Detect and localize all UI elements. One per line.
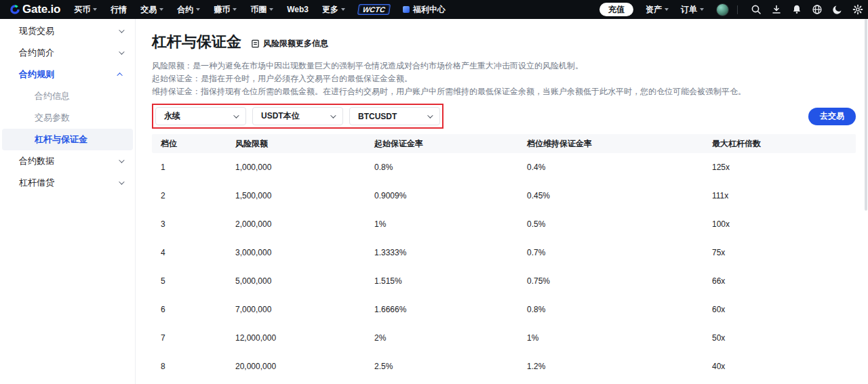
sidebar-item-0[interactable]: 现货交易: [0, 20, 135, 42]
sidebar-item-label: 合约数据: [19, 155, 54, 167]
sidebar-item-label: 现货交易: [19, 25, 54, 37]
table-cell: 0.4%: [527, 163, 712, 172]
table-cell: 0.75%: [527, 276, 712, 286]
table-row: 43,000,0001.3333%0.7%75x: [152, 238, 856, 267]
table-cell: 0.9009%: [374, 191, 527, 200]
table-row: 21,500,0000.9009%0.45%111x: [152, 182, 856, 210]
description-block: 风险限额：是一种为避免在市场中因出现数量巨大的强制平仓情况造成对合约市场价格产生…: [152, 60, 856, 98]
table-cell: 125x: [712, 163, 856, 172]
table-cell: 1: [161, 163, 235, 172]
nav-item-label: 币圈: [250, 4, 267, 16]
table-cell: 4: [161, 248, 235, 257]
table-cell: 66x: [712, 276, 856, 286]
table-cell: 1,000,000: [235, 163, 374, 172]
chevron-down-icon: [119, 49, 124, 54]
sidebar-item-2[interactable]: 合约规则: [0, 64, 135, 85]
document-icon: [251, 39, 260, 48]
sidebar-item-6[interactable]: 合约数据: [0, 150, 135, 172]
margin-tier-table: 档位风险限额起始保证金率档位维持保证金率最大杠杆倍数 11,000,0000.8…: [152, 134, 856, 381]
nav-item-welfare-center[interactable]: 福利中心: [396, 4, 452, 16]
sidebar-item-5[interactable]: 杠杆与保证金: [2, 129, 133, 150]
annotation-box: 永续 USDT本位 BTCUSDT: [152, 104, 443, 129]
table-row: 11,000,0000.8%0.4%125x: [152, 153, 856, 182]
chevron-down-icon: [119, 27, 124, 33]
table-cell: 111x: [712, 191, 856, 200]
description-initial-margin: 起始保证金：是指在开仓时，用户必须存入交易平台的最低保证金金额。: [152, 72, 856, 85]
sidebar-item-3[interactable]: 合约信息: [2, 85, 133, 107]
go-trade-button[interactable]: 去交易: [808, 108, 856, 125]
nav-item-label: 买币: [74, 4, 90, 16]
chevron-down-icon: [233, 112, 239, 118]
column-header: 起始保证金率: [374, 138, 527, 150]
bell-icon[interactable]: [791, 4, 802, 15]
table-cell: 2.5%: [374, 362, 527, 371]
nav-item-label: 更多: [322, 4, 338, 16]
chevron-down-icon: [330, 112, 336, 118]
nav-item-0[interactable]: 买币: [67, 4, 104, 16]
table-cell: 2: [161, 191, 235, 200]
gear-icon[interactable]: [852, 4, 863, 15]
main-content: 杠杆与保证金 风险限额更多信息 风险限额：是一种为避免在市场中因出现数量巨大的强…: [136, 19, 868, 384]
gateio-logo-icon: [9, 4, 20, 15]
avatar[interactable]: [716, 3, 729, 16]
nav-item-7[interactable]: 更多: [315, 4, 352, 16]
trading-pair-value: BTCUSDT: [358, 112, 397, 121]
search-icon[interactable]: [751, 4, 762, 15]
table-cell: 100x: [712, 219, 856, 229]
sidebar-item-4[interactable]: 交易参数: [2, 107, 133, 129]
logo-text: Gate.io: [22, 3, 60, 16]
chevron-down-icon: [119, 179, 124, 184]
wctc-badge[interactable]: WCTC: [357, 4, 391, 15]
caret-down-icon: [196, 8, 200, 11]
welfare-cube-icon: [403, 6, 410, 13]
nav-item-1[interactable]: 行情: [104, 4, 134, 16]
nav-item-2[interactable]: 交易: [134, 4, 170, 16]
table-cell: 1.2%: [527, 362, 712, 371]
table-row: 32,000,0001%0.5%100x: [152, 210, 856, 238]
table-row: 67,000,0001.6666%0.8%60x: [152, 295, 856, 324]
margin-type-value: USDT本位: [261, 110, 300, 122]
deposit-button[interactable]: 充值: [599, 3, 633, 16]
trading-pair-select[interactable]: BTCUSDT: [349, 107, 440, 125]
table-cell: 2%: [374, 333, 527, 343]
margin-type-select[interactable]: USDT本位: [252, 107, 343, 125]
nav-right-group: 充值 资产 订单: [599, 3, 868, 16]
column-header: 档位: [161, 138, 235, 150]
nav-item-3[interactable]: 合约: [170, 4, 207, 16]
page-title: 杠杆与保证金: [152, 32, 241, 52]
assets-label: 资产: [646, 4, 662, 16]
table-cell: 75x: [712, 248, 856, 257]
nav-item-5[interactable]: 币圈: [243, 4, 280, 16]
nav-item-4[interactable]: 赚币: [207, 4, 243, 16]
sidebar-item-1[interactable]: 合约简介: [0, 42, 135, 64]
contract-type-select[interactable]: 永续: [155, 107, 246, 125]
orders-label: 订单: [681, 4, 697, 16]
chevron-down-icon: [119, 157, 124, 163]
gateio-logo[interactable]: Gate.io: [9, 3, 60, 16]
filter-row: 永续 USDT本位 BTCUSDT 去交易: [152, 104, 856, 129]
moon-icon[interactable]: [832, 4, 843, 15]
table-cell: 50x: [712, 333, 856, 343]
table-cell: 20,000,000: [235, 362, 374, 371]
download-icon[interactable]: [771, 4, 782, 15]
caret-down-icon: [665, 8, 669, 11]
sidebar-subitem-label: 杠杆与保证金: [35, 133, 87, 146]
nav-item-6[interactable]: Web3: [280, 5, 315, 14]
nav-divider: [737, 5, 738, 14]
caret-down-icon: [233, 8, 237, 11]
table-cell: 40x: [712, 362, 856, 371]
sidebar-item-7[interactable]: 杠杆借贷: [0, 172, 135, 194]
scrollbar[interactable]: [865, 19, 867, 211]
caret-down-icon: [700, 8, 704, 11]
assets-menu[interactable]: 资产: [646, 4, 669, 16]
sidebar-subitem-label: 合约信息: [35, 90, 70, 102]
orders-menu[interactable]: 订单: [681, 4, 704, 16]
risk-limit-more-info-link[interactable]: 风险限额更多信息: [251, 38, 328, 49]
table-cell: 3,000,000: [235, 248, 374, 257]
column-header: 档位维持保证金率: [527, 138, 712, 150]
globe-icon[interactable]: [812, 4, 823, 15]
docs-sidebar: 现货交易合约简介合约规则合约信息交易参数杠杆与保证金合约数据杠杆借贷: [0, 19, 136, 384]
table-body: 11,000,0000.8%0.4%125x21,500,0000.9009%0…: [152, 153, 856, 381]
more-info-label: 风险限额更多信息: [263, 38, 328, 49]
table-cell: 1.515%: [374, 276, 527, 286]
